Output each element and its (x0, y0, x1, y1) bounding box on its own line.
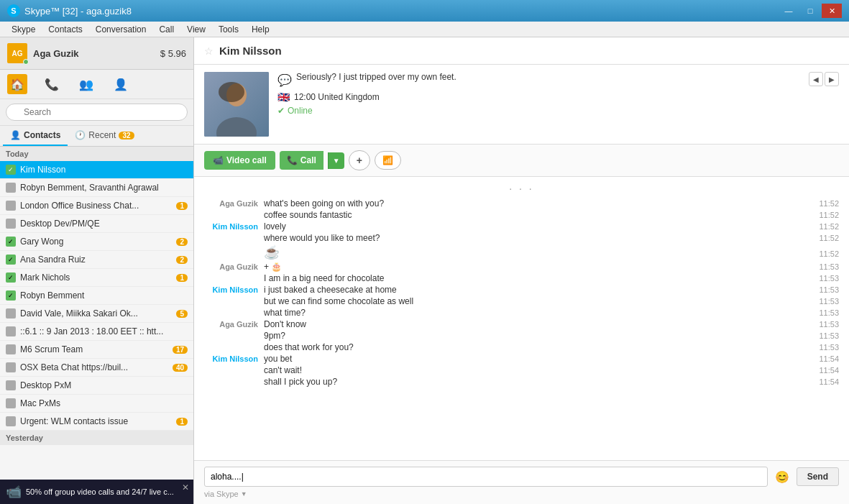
message-row: Kim Nilsson lovely 11:52 (204, 221, 839, 232)
promo-banner[interactable]: 📹 50% off group video calls and 24/7 liv… (0, 480, 193, 504)
section-yesterday: Yesterday (0, 431, 193, 445)
menu-view[interactable]: View (181, 23, 211, 36)
sidebar: AG Aga Guzik $ 5.96 🏠 📞 👥 👤 🔍 👤 (0, 37, 194, 504)
message-time: 11:54 (813, 366, 839, 375)
contact-item[interactable]: Desktop PxM (0, 377, 193, 395)
contact-name: Robyn Bemment, Sravanthi Agrawal (20, 183, 188, 193)
contact-item[interactable]: ✓ Ana Sandra Ruiz 2 (0, 251, 193, 269)
message-time: 11:53 (813, 262, 839, 271)
nav-next-button[interactable]: ▶ (825, 72, 839, 86)
contact-item[interactable]: David Vale, Miikka Sakari Ok... 5 (0, 305, 193, 323)
nav-prev-button[interactable]: ◀ (809, 72, 823, 86)
menu-call[interactable]: Call (153, 23, 180, 36)
search-input[interactable] (6, 104, 188, 121)
home-icon[interactable]: 🏠 (7, 74, 27, 94)
menu-contacts[interactable]: Contacts (42, 23, 88, 36)
status-gray-icon (6, 308, 16, 319)
contact-badge: 1 (176, 202, 188, 210)
message-time: 11:53 (813, 274, 839, 283)
message-time: 11:53 (813, 331, 839, 340)
message-text: you bet (264, 354, 807, 364)
contact-badge: 2 (176, 256, 188, 264)
contact-item[interactable]: ::6.1 :: 9 Jan 2013 : 18.00 EET :: htt..… (0, 323, 193, 341)
message-sender: Kim Nilsson (204, 222, 258, 231)
message-text: + 🎂 (264, 262, 807, 272)
contact-item[interactable]: Urgent: WLM contacts issue 1 (0, 413, 193, 431)
message-row: Kim Nilsson i just baked a cheesecake at… (204, 285, 839, 295)
contact-badge: 2 (176, 238, 188, 246)
contact-item[interactable]: ✓ Mark Nichols 1 (0, 269, 193, 287)
contact-photo-inner (204, 72, 269, 137)
user-name: Aga Guzik (33, 48, 79, 59)
people-icon[interactable]: 👥 (76, 74, 96, 94)
call-button[interactable]: 📞 Call (280, 151, 323, 170)
contact-item[interactable]: ✓ Robyn Bemment (0, 287, 193, 305)
signal-button[interactable]: 📶 (375, 151, 401, 170)
menu-help[interactable]: Help (246, 23, 275, 36)
contact-list: Today ✓ Kim Nilsson Robyn Bemment, Srava… (0, 147, 193, 480)
video-call-button[interactable]: 📹 Video call (204, 151, 275, 170)
message-row: where would you like to meet? 11:52 (204, 233, 839, 243)
message-row: shall I pick you up? 11:54 (204, 377, 839, 387)
emoji-button[interactable]: 😊 (772, 467, 792, 487)
tab-recent[interactable]: 🕐 Recent 32 (68, 126, 141, 146)
via-skype-dropdown-icon[interactable]: ▼ (241, 490, 247, 498)
avatar: AG (7, 43, 27, 63)
message-time: 11:52 (813, 199, 839, 208)
message-time: 11:53 (813, 320, 839, 329)
menu-tools[interactable]: Tools (213, 23, 244, 36)
star-icon[interactable]: ☆ (204, 45, 214, 57)
menu-skype[interactable]: Skype (6, 23, 41, 36)
toolbar: 🏠 📞 👥 👤 (0, 70, 193, 99)
send-button[interactable]: Send (797, 467, 839, 486)
menu-conversation[interactable]: Conversation (90, 23, 152, 36)
message-text: i just baked a cheesecake at home (264, 285, 807, 295)
video-icon: 📹 (213, 155, 224, 165)
minimize-button[interactable]: — (779, 4, 799, 18)
message-time: 11:52 (813, 211, 839, 219)
contact-name: Desktop Dev/PM/QE (20, 219, 188, 229)
status-gray-icon (6, 416, 16, 426)
messages-area[interactable]: · · · Aga Guzik what's been going on wit… (194, 177, 849, 460)
message-input[interactable] (204, 467, 768, 487)
close-button[interactable]: ✕ (822, 4, 842, 18)
message-row: can't wait! 11:54 (204, 365, 839, 375)
contact-item[interactable]: ✓ Kim Nilsson (0, 161, 193, 179)
status-gray-icon (6, 380, 16, 390)
contact-item[interactable]: OSX Beta Chat https://buil... 40 (0, 359, 193, 377)
status-green-icon: ✓ (6, 290, 16, 301)
call-dropdown-button[interactable]: ▼ (328, 152, 344, 169)
contact-item[interactable]: Desktop Dev/PM/QE (0, 215, 193, 233)
message-time: 11:54 (813, 377, 839, 386)
status-gray-icon (6, 201, 16, 211)
status-gray-icon (6, 398, 16, 408)
restore-button[interactable]: □ (800, 4, 820, 18)
message-text: shall I pick you up? (264, 377, 807, 387)
contact-item[interactable]: ✓ Gary Wong 2 (0, 233, 193, 251)
contact-name: Gary Wong (20, 237, 172, 247)
contact-item[interactable]: Mac PxMs (0, 395, 193, 413)
message-sender: Aga Guzik (204, 262, 258, 271)
user-profile: AG Aga Guzik $ 5.96 (0, 37, 193, 70)
promo-close-button[interactable]: ✕ (182, 482, 189, 492)
message-row: does that work for you? 11:53 (204, 342, 839, 352)
message-text: Don't know (264, 319, 807, 329)
add-button[interactable]: + (349, 150, 370, 170)
contact-name: OSX Beta Chat https://buil... (20, 362, 168, 372)
add-contact-icon[interactable]: 👤 (111, 74, 131, 94)
message-time: 11:53 (813, 343, 839, 352)
contact-item[interactable]: London Office Business Chat... 1 (0, 197, 193, 215)
contact-badge: 1 (176, 274, 188, 282)
message-time: 11:54 (813, 354, 839, 363)
status-green-icon: ✓ (6, 255, 16, 265)
message-text: what time? (264, 308, 807, 318)
message-text: where would you like to meet? (264, 233, 807, 243)
recent-badge: 32 (119, 132, 134, 139)
message-row: I am in a big need for chocolate 11:53 (204, 273, 839, 283)
message-sender: Kim Nilsson (204, 354, 258, 363)
contact-item[interactable]: Robyn Bemment, Sravanthi Agrawal (0, 179, 193, 197)
contact-item[interactable]: M6 Scrum Team 17 (0, 341, 193, 359)
message-text: does that work for you? (264, 342, 807, 352)
tab-contacts[interactable]: 👤 Contacts (3, 126, 68, 146)
phone-icon[interactable]: 📞 (42, 74, 62, 94)
